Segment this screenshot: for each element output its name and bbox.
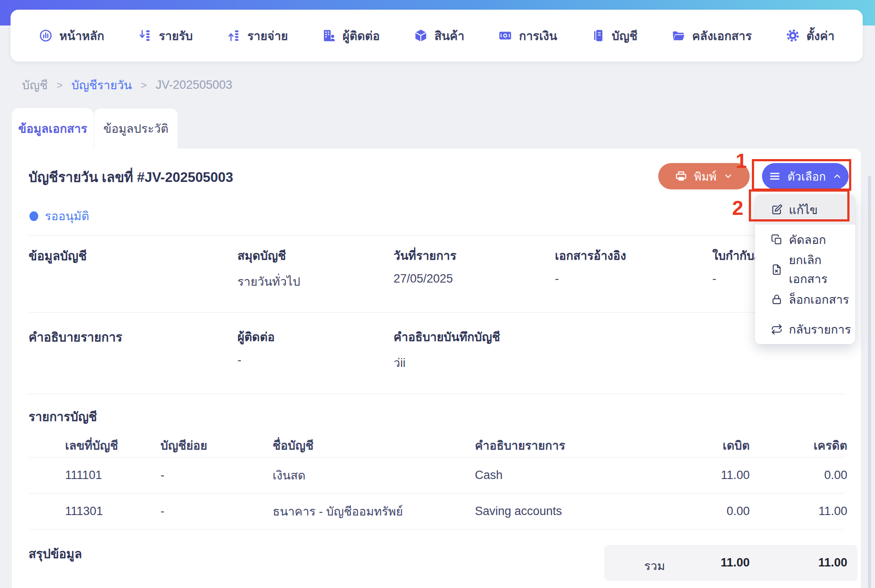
- section-title-summary: สรุปข้อมูล: [29, 544, 82, 563]
- total-label: รวม: [644, 556, 665, 575]
- nav-label: ผู้ติดต่อ: [343, 26, 380, 45]
- reverse-icon: [771, 323, 783, 335]
- gear-icon: [786, 29, 800, 43]
- section-title-description: คำอธิบายรายการ: [29, 327, 237, 372]
- col-debit: เดบิต: [697, 436, 750, 455]
- nav-label: คลังเอกสาร: [692, 26, 752, 45]
- tab-document-info[interactable]: ข้อมูลเอกสาร: [12, 108, 94, 149]
- total-debit: 11.00: [721, 556, 750, 570]
- menu-lines-icon: [769, 170, 781, 182]
- chevron-down-icon: [723, 171, 733, 181]
- cell-account-no[interactable]: 111101: [29, 468, 160, 482]
- page-title: บัญชีรายวัน เลขที่ #JV-202505003: [29, 166, 233, 188]
- breadcrumb-current: JV-202505003: [156, 78, 232, 92]
- nav-item-settings[interactable]: ตั้งค่า: [786, 26, 835, 45]
- menu-item-label: ล็อกเอกสาร: [789, 290, 849, 309]
- status-label: รออนุมัติ: [45, 207, 89, 225]
- divider: [29, 235, 844, 236]
- nav-item-finance[interactable]: การเงิน: [498, 26, 557, 45]
- menu-item-label: แก้ไข: [789, 200, 818, 219]
- status-dot-icon: [29, 211, 38, 221]
- nav-item-expense[interactable]: รายจ่าย: [227, 26, 288, 45]
- breadcrumb-root[interactable]: บัญชี: [22, 76, 47, 94]
- finance-icon: [498, 29, 512, 43]
- nav-label: การเงิน: [519, 26, 557, 45]
- options-button[interactable]: ตัวเลือก: [762, 163, 849, 189]
- cell-credit: 0.00: [750, 468, 847, 482]
- breadcrumb-separator: >: [56, 79, 62, 91]
- cell-account-name: เงินสด: [273, 466, 475, 485]
- field-transaction-date: วันที่รายการ 27/05/2025: [394, 246, 555, 291]
- col-account-name: ชื่อบัญชี: [273, 436, 475, 455]
- income-icon: [138, 29, 152, 43]
- tab-history-info[interactable]: ข้อมูลประวัติ: [94, 108, 178, 149]
- nav-item-documents[interactable]: คลังเอกสาร: [671, 26, 752, 45]
- menu-item-reverse-entry[interactable]: กลับรายการ: [755, 314, 855, 344]
- menu-item-lock-document[interactable]: ล็อกเอกสาร: [755, 284, 855, 314]
- menu-item-label: ยกเลิกเอกสาร: [789, 250, 855, 288]
- nav-item-products[interactable]: สินค้า: [414, 26, 464, 45]
- lock-icon: [771, 294, 783, 305]
- section-title-account-info: ข้อมูลบัญชี: [29, 246, 237, 291]
- chevron-up-icon: [832, 171, 842, 181]
- col-description: คำอธิบายรายการ: [475, 436, 697, 455]
- nav-label: สินค้า: [434, 26, 464, 45]
- nav-label: หน้าหลัก: [59, 26, 104, 45]
- nav-item-contacts[interactable]: ผู้ติดต่อ: [322, 26, 380, 45]
- divider: [29, 394, 844, 394]
- copy-icon: [771, 234, 783, 246]
- annotation-step-1: 1: [736, 149, 747, 173]
- menu-item-label: กลับรายการ: [789, 320, 851, 339]
- cell-description: Cash: [475, 468, 697, 482]
- cell-sub-account: -: [160, 505, 273, 518]
- expense-icon: [227, 29, 241, 43]
- col-account-no: เลขที่บัญชี: [29, 436, 160, 455]
- printer-icon: [675, 170, 687, 182]
- accounting-icon: [591, 29, 605, 43]
- main-nav: หน้าหลัก รายรับ รายจ่าย ผู้ติดต่อ สินค้า…: [11, 10, 863, 62]
- cell-account-name: ธนาคาร - บัญชีออมทรัพย์: [273, 502, 475, 521]
- nav-item-home[interactable]: หน้าหลัก: [39, 26, 104, 45]
- nav-label: รายจ่าย: [248, 26, 288, 45]
- field-contact: ผู้ติดต่อ -: [237, 327, 394, 372]
- account-info-section: ข้อมูลบัญชี สมุดบัญชี รายวันทั่วไป วันที…: [29, 246, 847, 291]
- menu-item-cancel-document[interactable]: ยกเลิกเอกสาร: [755, 254, 855, 284]
- dashboard-icon: [39, 29, 53, 43]
- cell-debit: 11.00: [697, 468, 750, 482]
- cell-description: Saving accounts: [475, 505, 697, 518]
- table-header-row: เลขที่บัญชี บัญชีย่อย ชื่อบัญชี คำอธิบาย…: [29, 433, 847, 457]
- field-reference-document: เอกสารอ้างอิง -: [555, 246, 712, 291]
- edit-icon: [771, 204, 783, 216]
- nav-label: ตั้งค่า: [806, 26, 835, 45]
- documents-icon: [671, 29, 685, 43]
- cell-debit: 0.00: [697, 505, 750, 518]
- nav-item-accounting[interactable]: บัญชี: [591, 26, 637, 45]
- breadcrumb-separator: >: [141, 79, 147, 91]
- menu-item-edit[interactable]: แก้ไข: [755, 195, 855, 225]
- menu-item-label: คัดลอก: [789, 230, 826, 249]
- table-row: 111301 - ธนาคาร - บัญชีออมทรัพย์ Saving …: [29, 493, 847, 529]
- document-card: บัญชีรายวัน เลขที่ #JV-202505003 พิมพ์ ต…: [12, 149, 861, 588]
- options-label: ตัวเลือก: [788, 167, 826, 185]
- col-sub-account: บัญชีย่อย: [160, 436, 273, 455]
- annotation-step-2: 2: [732, 196, 744, 220]
- field-journal-description: คำอธิบายบันทึกบัญชี ว่ii: [394, 327, 555, 372]
- total-credit: 11.00: [818, 556, 847, 570]
- summary-totals: รวม 11.00 11.00: [604, 545, 857, 581]
- options-dropdown-menu: แก้ไข คัดลอก ยกเลิกเอกสาร ล็อกเอกสาร กลั…: [755, 195, 855, 344]
- products-icon: [414, 29, 428, 43]
- breadcrumb: บัญชี > บัญชีรายวัน > JV-202505003: [22, 76, 232, 94]
- table-row: 111101 - เงินสด Cash 11.00 0.00: [29, 457, 847, 493]
- divider: [29, 529, 844, 530]
- cancel-document-icon: [771, 264, 783, 276]
- menu-item-copy[interactable]: คัดลอก: [755, 225, 855, 254]
- nav-item-income[interactable]: รายรับ: [138, 26, 193, 45]
- col-credit: เครดิต: [750, 436, 847, 455]
- divider: [29, 312, 844, 312]
- tab-bar: ข้อมูลเอกสาร ข้อมูลประวัติ: [12, 108, 178, 149]
- cell-account-no[interactable]: 111301: [29, 505, 160, 518]
- print-label: พิมพ์: [694, 167, 716, 185]
- breadcrumb-daily-journal[interactable]: บัญชีรายวัน: [72, 76, 132, 94]
- vertical-scrollbar[interactable]: [868, 176, 871, 588]
- nav-label: รายรับ: [159, 26, 193, 45]
